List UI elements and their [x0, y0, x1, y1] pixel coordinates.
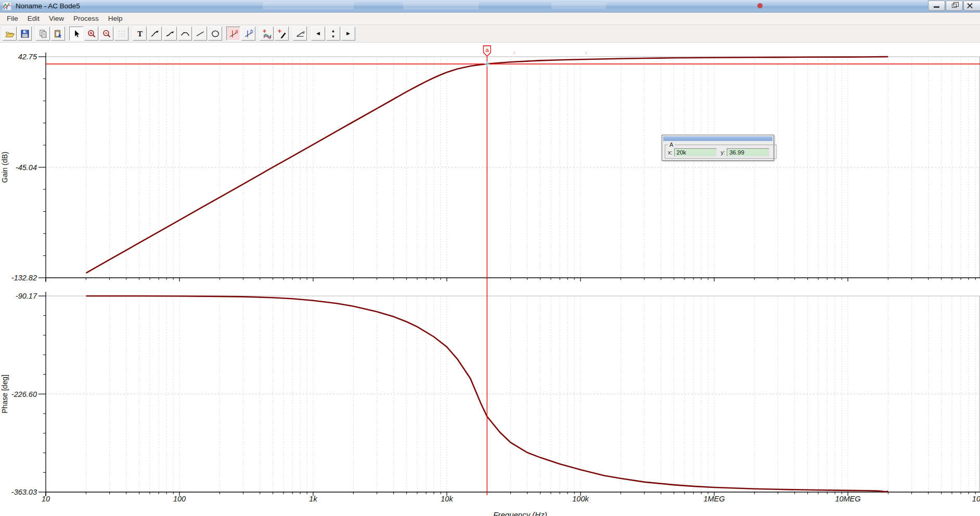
svg-text:+: +: [278, 29, 281, 35]
save-file-button[interactable]: [18, 27, 32, 41]
cursor-a-flag[interactable]: a: [483, 46, 491, 56]
toolbar-separator: [129, 27, 132, 41]
text-tool-button[interactable]: T: [133, 27, 147, 41]
toolbar-separator: [223, 27, 226, 41]
cursor-a-tool-button[interactable]: a: [226, 27, 240, 41]
curve-arrow-tool-button[interactable]: [148, 27, 162, 41]
slope-icon: [295, 29, 305, 39]
menu-file[interactable]: File: [2, 12, 23, 24]
curve-arrow-icon: [150, 29, 160, 39]
cursor-group: A x: 20k y: 36.99: [665, 141, 777, 159]
svg-text:42.75: 42.75: [18, 53, 37, 61]
copy-icon: [38, 29, 48, 39]
menu-edit[interactable]: Edit: [23, 12, 44, 24]
minimize-icon: [934, 6, 939, 8]
minimize-button[interactable]: [928, 1, 945, 11]
toolbar-separator: [32, 27, 35, 41]
grid-icon: [117, 29, 127, 39]
pen-plus-icon: +: [277, 29, 287, 39]
grid-toggle-button[interactable]: [114, 27, 128, 41]
next-arrow-icon: ▶: [346, 31, 350, 36]
svg-text:-45.04: -45.04: [16, 163, 37, 172]
toolbar-separator: [289, 27, 292, 41]
pointer-icon: [71, 29, 82, 39]
zoom-in-icon: [86, 29, 97, 39]
bode-plots-svg: 42.75-45.04-132.82Gain (dB)-90.17-226.60…: [0, 43, 980, 516]
svg-text:1MEG: 1MEG: [703, 495, 725, 503]
cursor-x-label: x:: [668, 149, 673, 156]
pen-tool-button[interactable]: +: [275, 27, 289, 41]
cursor-group-label: A: [668, 141, 675, 148]
restore-button[interactable]: [946, 1, 963, 11]
cursor-readout-titlebar[interactable]: [663, 136, 772, 141]
svg-text:-363.03: -363.03: [11, 488, 37, 496]
prev-page-button[interactable]: ◀: [311, 27, 325, 41]
app-chart-icon: [3, 2, 11, 10]
ellipse-icon: [210, 29, 221, 39]
svg-text:Gain (dB): Gain (dB): [1, 152, 9, 183]
window-title: Noname - AC Bode5: [16, 0, 80, 12]
background-window-ghost: [551, 3, 606, 9]
copy-button[interactable]: [36, 27, 50, 41]
toolbar-separator: [256, 27, 259, 41]
cursor-b-icon: b: [243, 29, 254, 39]
toolbar-separator: [307, 27, 311, 41]
add-curve-icon: +: [262, 29, 272, 39]
svg-text:-226.60: -226.60: [11, 390, 37, 398]
svg-text:Frequency (Hz): Frequency (Hz): [493, 510, 547, 516]
svg-text:T: T: [137, 30, 142, 38]
cursor-readout-window[interactable]: A x: 20k y: 36.99: [662, 135, 774, 161]
text-icon: T: [135, 29, 145, 39]
open-file-button[interactable]: [3, 27, 17, 41]
restore-icon: [952, 4, 957, 8]
menu-bar: File Edit View Process Help: [0, 12, 980, 25]
ellipse-tool-button[interactable]: [208, 27, 222, 41]
polyline-icon: [180, 29, 190, 39]
paste-icon: [53, 29, 63, 39]
zoom-out-button[interactable]: [99, 27, 113, 41]
add-curve-button[interactable]: +: [260, 27, 274, 41]
polyline-tool-button[interactable]: [178, 27, 192, 41]
title-bar[interactable]: Noname - AC Bode5: [0, 0, 980, 12]
bode-plot-canvas[interactable]: 42.75-45.04-132.82Gain (dB)-90.17-226.60…: [0, 43, 980, 516]
pointer-tool-button[interactable]: [69, 27, 83, 41]
menu-process[interactable]: Process: [69, 12, 104, 24]
svg-text:b: b: [250, 29, 253, 34]
close-button[interactable]: [963, 1, 980, 11]
next-page-button[interactable]: ▶: [341, 27, 355, 41]
page-spinner[interactable]: ▲▼: [326, 27, 340, 41]
line-icon: [195, 29, 205, 39]
zoom-in-button[interactable]: [84, 27, 98, 41]
ghost-cursor-mark: x: [585, 50, 587, 56]
toolbar: T: [0, 25, 980, 43]
svg-text:a: a: [235, 29, 238, 34]
svg-text:a: a: [485, 47, 489, 53]
cursor-a-icon: a: [228, 29, 239, 39]
svg-text:10MEG: 10MEG: [835, 495, 860, 503]
menu-help[interactable]: Help: [104, 12, 127, 24]
curve-arrow-2-tool-button[interactable]: [163, 27, 177, 41]
zoom-out-icon: [101, 29, 112, 39]
svg-text:-132.82: -132.82: [11, 274, 37, 282]
background-window-ghost: [263, 2, 354, 9]
ac-bode-window: Noname - AC Bode5 File Edit View Process…: [0, 0, 980, 516]
cursor-x-field[interactable]: 20k: [674, 148, 717, 157]
svg-text:100M: 100M: [972, 495, 980, 503]
cursor-b-tool-button[interactable]: b: [241, 27, 255, 41]
svg-text:100: 100: [173, 495, 186, 503]
svg-text:-90.17: -90.17: [16, 292, 37, 300]
slope-tool-button[interactable]: [293, 27, 307, 41]
prev-arrow-icon: ◀: [316, 31, 320, 36]
floppy-save-icon: [20, 29, 30, 39]
toolbar-separator: [66, 27, 69, 41]
paste-button[interactable]: [51, 27, 65, 41]
red-indicator-dot: [757, 3, 763, 8]
ghost-cursor-mark: x: [513, 50, 515, 56]
line-tool-button[interactable]: [193, 27, 207, 41]
svg-text:10k: 10k: [441, 495, 453, 503]
svg-text:10: 10: [42, 495, 50, 503]
svg-text:100k: 100k: [572, 495, 589, 503]
spinner-icon: ▲▼: [328, 28, 339, 40]
cursor-y-field[interactable]: 36.99: [727, 148, 769, 157]
menu-view[interactable]: View: [44, 12, 69, 24]
